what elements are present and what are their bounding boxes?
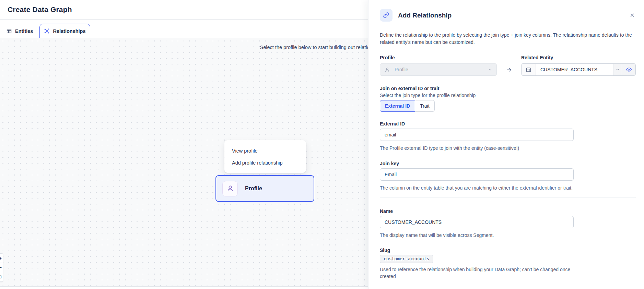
slug-helper: Used to reference the relationship when …: [380, 266, 579, 280]
person-icon: [384, 67, 390, 73]
network-icon: [44, 28, 50, 34]
external-id-helper: The Profile external ID type to join wit…: [380, 145, 636, 152]
name-helper: The display name that will be visible ac…: [380, 232, 636, 239]
tab-entities-label: Entities: [15, 28, 33, 34]
join-type-segmented-control: External ID Trait: [380, 100, 636, 112]
related-entity-select[interactable]: CUSTOMER_ACCOUNTS: [536, 64, 613, 75]
name-group: Name The display name that will be visib…: [380, 208, 636, 239]
profile-select[interactable]: Profile: [380, 63, 497, 76]
profile-node-icon-box: [222, 181, 238, 196]
close-icon[interactable]: [630, 13, 635, 18]
external-id-input[interactable]: [380, 129, 574, 141]
join-type-sublabel: Select the join type for the profile rel…: [380, 93, 636, 98]
profile-node-label: Profile: [245, 185, 262, 192]
preview-entity-button[interactable]: [622, 64, 635, 75]
tab-relationships-label: Relationships: [53, 28, 85, 34]
page-title: Create Data Graph: [8, 5, 72, 14]
panel-title: Add Relationship: [398, 12, 452, 19]
fit-view-button[interactable]: ⊡: [0, 272, 3, 281]
chevron-down-icon[interactable]: [613, 64, 622, 75]
name-input[interactable]: [380, 216, 574, 228]
panel-header: Add Relationship: [380, 9, 636, 22]
app-window: Create Data Graph Entities: [0, 0, 644, 289]
arrow-right-icon: [497, 67, 521, 73]
related-entity-select-group: CUSTOMER_ACCOUNTS: [521, 63, 636, 76]
join-type-option-trait[interactable]: Trait: [415, 100, 434, 112]
panel-description: Define the relationship to the profile b…: [380, 32, 636, 46]
external-id-group: External ID The Profile external ID type…: [380, 121, 636, 152]
profile-select-value: Profile: [395, 67, 408, 72]
zoom-out-button[interactable]: −: [0, 263, 3, 272]
menu-item-add-profile-relationship[interactable]: Add profile relationship: [224, 157, 306, 169]
profile-select-label: Profile: [380, 55, 521, 60]
related-entity-label: Related Entity: [521, 55, 553, 60]
slug-label: Slug: [380, 248, 636, 253]
selects-row: Profile: [380, 63, 636, 76]
select-labels-row: Profile Related Entity: [380, 55, 636, 60]
tab-relationships[interactable]: Relationships: [39, 24, 90, 38]
zoom-in-button[interactable]: +: [0, 254, 3, 263]
join-type-label: Join on external ID or trait: [380, 86, 636, 91]
menu-item-view-profile[interactable]: View profile: [224, 145, 306, 157]
join-type-section: Join on external ID or trait Select the …: [380, 86, 636, 112]
link-icon: [383, 12, 389, 19]
add-relationship-panel: Add Relationship Define the relationship…: [368, 0, 644, 289]
node-context-menu: View profile Add profile relationship: [224, 140, 306, 173]
slug-group: Slug customer-accounts Used to reference…: [380, 248, 636, 280]
join-key-input[interactable]: [380, 168, 574, 181]
tab-entities[interactable]: Entities: [6, 28, 33, 34]
chevron-down-icon: [488, 68, 492, 72]
join-key-group: Join key The column on the entity table …: [380, 161, 636, 191]
external-id-label: External ID: [380, 121, 636, 127]
canvas-controls: + − ⊡: [0, 253, 3, 282]
table-icon: [6, 28, 12, 34]
link-icon-badge: [380, 9, 393, 22]
profile-node[interactable]: Profile: [215, 175, 314, 202]
join-key-helper: The column on the entity table that you …: [380, 184, 579, 191]
join-key-label: Join key: [380, 161, 636, 166]
table-icon: [522, 64, 536, 75]
slug-value-chip: customer-accounts: [380, 255, 433, 263]
name-label: Name: [380, 208, 636, 214]
person-icon: [226, 184, 234, 193]
section-divider: [380, 197, 636, 197]
eye-icon: [626, 67, 632, 73]
join-type-option-external-id[interactable]: External ID: [380, 100, 415, 112]
